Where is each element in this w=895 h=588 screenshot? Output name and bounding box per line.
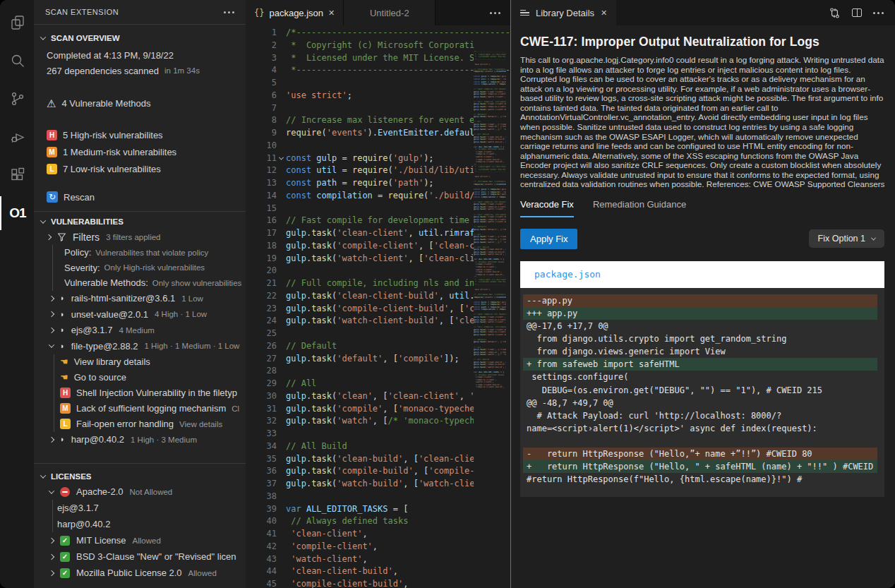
editor-more-actions-icon[interactable] bbox=[490, 12, 500, 14]
search-icon[interactable] bbox=[0, 44, 34, 78]
line-number: 30 bbox=[246, 390, 277, 403]
scan-deps-row: 267 dependencies scanned in 1m 34s bbox=[34, 63, 246, 78]
library-name: file-type@2.88.2 bbox=[71, 341, 138, 352]
panel-more-actions-icon[interactable] bbox=[873, 12, 884, 14]
editor-tab-package-json[interactable]: {}package.json✕ bbox=[246, 0, 344, 25]
scan-duration: in 1m 34s bbox=[164, 66, 200, 75]
library-row[interactable]: ◗ejs@3.1.74 Medium bbox=[34, 323, 246, 339]
chevron-right-icon[interactable] bbox=[49, 311, 54, 317]
diff-line-added: + from safeweb import safeHTML bbox=[523, 358, 877, 371]
library-name: harp@0.40.2 bbox=[71, 434, 124, 445]
explorer-icon[interactable] bbox=[0, 6, 34, 40]
license-row[interactable]: ✓Mozilla Public License 2.0Allowed bbox=[34, 565, 246, 581]
vulnerabilities-header[interactable]: VULNERABILITIES bbox=[34, 215, 246, 229]
code-text: * Copyright (c) Microsoft Corporati bbox=[286, 40, 510, 52]
library-row[interactable]: ◗rails-html-sanitizer@3.6.11 Low bbox=[34, 291, 246, 307]
license-name: BSD 3-Clause "New" or "Revised" licen bbox=[76, 551, 236, 562]
tab-remediation-guidance[interactable]: Remediation Guidance bbox=[593, 199, 686, 217]
license-row[interactable]: ✓MIT LicenseAllowed bbox=[34, 532, 246, 548]
license-row[interactable]: ✓BSD 3-Clause "New" or "Revised" licen bbox=[34, 548, 246, 565]
severity-row: M1 Medium-risk vulnerabilites bbox=[34, 143, 246, 160]
line-number: 28 bbox=[246, 365, 277, 378]
chevron-right-icon[interactable] bbox=[49, 437, 54, 443]
code-line: 32gulp.task('watch', [/* 'monaco-typech bbox=[246, 415, 510, 428]
chevron-right-icon[interactable] bbox=[49, 570, 54, 575]
more-actions-icon[interactable] bbox=[224, 11, 234, 13]
sidebar-title: SCAN EXTENSION bbox=[45, 8, 119, 16]
fix-option-dropdown[interactable]: Fix Option 1 bbox=[809, 229, 884, 248]
chevron-right-icon[interactable] bbox=[49, 296, 54, 301]
library-action-row[interactable]: ☚View library details bbox=[60, 354, 246, 370]
chevron-down-icon[interactable] bbox=[49, 488, 54, 493]
license-package-row[interactable]: harp@0.40.2 bbox=[57, 516, 246, 532]
chevron-down-icon[interactable] bbox=[49, 342, 54, 348]
fold-indicator bbox=[277, 127, 286, 140]
diff-line-context: #return HttpResponse(f"Hello, {html.esca… bbox=[523, 473, 877, 486]
severity-label: 1 Medium-risk vulnerabilites bbox=[63, 147, 176, 157]
line-number: 16 bbox=[246, 215, 277, 227]
code-editor[interactable]: 1/*-------------------------------------… bbox=[246, 25, 510, 588]
fold-indicator bbox=[277, 365, 286, 378]
chevron-down-icon bbox=[40, 34, 46, 40]
code-line: 14const compilation = require('./build/ bbox=[246, 190, 510, 203]
license-row[interactable]: Apache-2.0Not Allowed bbox=[34, 484, 246, 500]
diff-line-context bbox=[523, 435, 877, 448]
vulnerability-row[interactable]: MLack of sufficient logging mechanismCl bbox=[60, 401, 246, 416]
chevron-right-icon[interactable] bbox=[49, 553, 54, 559]
license-meta: Allowed bbox=[133, 536, 161, 545]
diff-line-added: + return HttpResponse ("Hello, " + safeH… bbox=[523, 460, 877, 473]
library-row[interactable]: ◗file-type@2.88.21 High · 1 Medium · 1 L… bbox=[34, 338, 246, 354]
severity-label: 5 High-risk vulnerabilites bbox=[63, 130, 163, 140]
code-line: 27gulp.task('default', ['compile']); bbox=[246, 353, 510, 366]
severity-row: H5 High-risk vulnerabilites bbox=[34, 126, 246, 143]
close-icon[interactable]: ✕ bbox=[328, 8, 335, 18]
line-number: 7 bbox=[246, 102, 277, 115]
line-number: 37 bbox=[246, 478, 277, 491]
vulnerability-row[interactable]: LFail-open error handlingView details bbox=[60, 416, 246, 432]
library-action-row[interactable]: ☚Go to source bbox=[60, 370, 246, 385]
tab-veracode-fix[interactable]: Veracode Fix bbox=[520, 199, 574, 217]
split-editor-icon[interactable] bbox=[852, 8, 862, 17]
minimap[interactable]: /*--------------------------------------… bbox=[474, 51, 506, 588]
source-control-icon[interactable] bbox=[0, 82, 34, 116]
filters-row[interactable]: Filters 3 filters applied bbox=[34, 229, 246, 245]
diff-line-context: DEBUG=(os.environ.get("DEBUG", "") == "1… bbox=[523, 384, 877, 397]
library-row[interactable]: ◗unset-value@2.0.14 High · 1 Low bbox=[34, 306, 246, 323]
chevron-right-icon[interactable] bbox=[49, 328, 54, 333]
library-row[interactable]: ◗harp@0.40.21 High · 3 Medium bbox=[34, 432, 246, 448]
row-meta: Cl bbox=[232, 404, 239, 413]
line-number: 15 bbox=[246, 203, 277, 215]
diff-line-context: name=<script›alert(1)</script>' async de… bbox=[523, 422, 877, 435]
code-line: 16// Fast compile for development time bbox=[246, 215, 510, 227]
chevron-right-icon[interactable] bbox=[49, 537, 54, 543]
library-children: ☚View library details☚Go to sourceHShell… bbox=[54, 354, 246, 432]
line-number: 4 bbox=[246, 64, 277, 77]
apply-fix-button[interactable]: Apply Fix bbox=[520, 229, 577, 249]
chevron-down-icon bbox=[40, 472, 46, 478]
scan-overview-header[interactable]: SCAN OVERVIEW bbox=[34, 31, 246, 45]
severity-list: H5 High-risk vulnerabilitesM1 Medium-ris… bbox=[34, 126, 246, 177]
fold-indicator bbox=[277, 227, 286, 240]
line-number: 21 bbox=[246, 277, 277, 290]
extensions-icon[interactable] bbox=[0, 158, 34, 192]
close-icon[interactable]: ✕ bbox=[601, 8, 607, 18]
code-line: 30gulp.task('clean', ['clean-client', ' bbox=[246, 390, 510, 403]
vulnerability-row[interactable]: HShell Injection Vulnerability in the fi… bbox=[60, 385, 246, 401]
diff-file-name[interactable]: package.json bbox=[534, 269, 601, 280]
tab-library-details[interactable]: Library Details ✕ bbox=[511, 0, 616, 25]
library-icon: ◗ bbox=[60, 294, 65, 302]
compare-changes-icon[interactable] bbox=[829, 7, 841, 19]
code-line: 2 * Copyright (c) Microsoft Corporati bbox=[246, 40, 510, 52]
fold-indicator bbox=[277, 491, 286, 503]
license-package-row[interactable]: ejs@3.1.7 bbox=[57, 500, 246, 516]
library-meta: 1 High · 1 Medium · 1 Low bbox=[145, 342, 240, 350]
editor-tab-untitled-2[interactable]: Untitled-2 bbox=[344, 0, 436, 25]
rescan-button[interactable]: ↻ Rescan bbox=[34, 188, 246, 205]
run-debug-icon[interactable] bbox=[0, 120, 34, 154]
veracode-scan-icon[interactable]: O1 bbox=[0, 196, 34, 230]
line-number: 6 bbox=[246, 90, 277, 102]
code-line: 24gulp.task('watch-client-build', ['cle bbox=[246, 315, 510, 328]
licenses-header[interactable]: LICENSES bbox=[34, 469, 246, 484]
code-line: 40 // Always defined tasks bbox=[246, 515, 510, 528]
fold-indicator[interactable] bbox=[277, 152, 286, 165]
